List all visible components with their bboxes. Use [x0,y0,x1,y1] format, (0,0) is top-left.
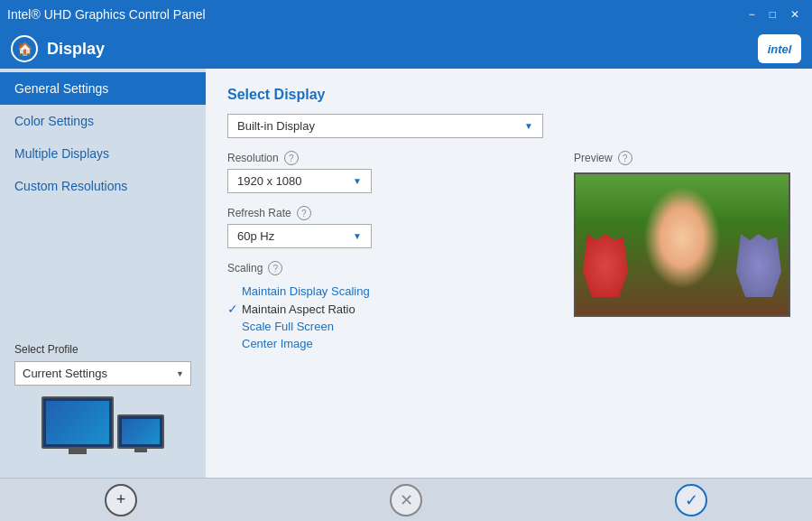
refresh-rate-label-row: Refresh Rate ? [227,206,545,220]
header-bar: 🏠 Display intel [0,29,812,69]
header-left: 🏠 Display [11,35,105,62]
resolution-label: Resolution [227,152,279,164]
refresh-rate-dropdown[interactable]: 60p Hz ▼ [227,224,372,248]
header-title: Display [47,40,105,59]
sidebar: General Settings Color Settings Multiple… [0,69,206,478]
resolution-arrow-icon: ▼ [353,176,362,186]
preview-image-inner [576,174,789,315]
scaling-option-maintain-aspect[interactable]: ✓ Maintain Aspect Ratio [227,300,545,318]
resolution-label-row: Resolution ? [227,151,545,165]
preview-image [574,172,790,317]
profile-select-wrapper: Current Settings [14,361,191,386]
title-bar: Intel® UHD Graphics Control Panel − □ ✕ [0,0,812,29]
minimize-button[interactable]: − [743,7,761,22]
home-icon[interactable]: 🏠 [11,35,38,62]
display-dropdown-arrow: ▼ [524,121,533,131]
check-mark-icon: ✓ [227,302,238,316]
sidebar-item-multiple-displays[interactable]: Multiple Displays [0,137,206,170]
close-button[interactable]: ✕ [785,7,805,22]
sidebar-item-custom-resolutions[interactable]: Custom Resolutions [0,170,206,202]
center-image-link[interactable]: Center Image [227,337,313,350]
scaling-section: Scaling ? Maintain Display Scaling ✓ Mai… [227,261,545,352]
maintain-display-link[interactable]: Maintain Display Scaling [227,284,370,298]
sidebar-item-general-settings[interactable]: General Settings [0,72,206,105]
scale-full-screen-link[interactable]: Scale Full Screen [227,320,334,333]
refresh-rate-selected: 60p Hz [237,229,274,243]
cancel-button[interactable]: ✕ [390,484,422,516]
main-layout: General Settings Color Settings Multiple… [0,69,812,478]
resolution-row: Resolution ? 1920 x 1080 ▼ [227,151,545,193]
profile-select[interactable]: Current Settings [14,361,191,386]
sidebar-bottom: Select Profile Current Settings [0,329,206,478]
maintain-aspect-label: Maintain Aspect Ratio [242,302,355,316]
scaling-option-scale-full[interactable]: Scale Full Screen [227,318,545,335]
scaling-title-row: Scaling ? [227,261,545,275]
scaling-option-center-image[interactable]: Center Image [227,335,545,352]
bottom-bar: + ✕ ✓ [0,478,812,521]
monitor-large-icon [42,396,114,449]
resolution-dropdown[interactable]: 1920 x 1080 ▼ [227,169,372,193]
content-area: Select Display Built-in Display ▼ Resolu… [206,69,812,478]
resolution-help-icon[interactable]: ? [284,151,299,165]
refresh-rate-row: Refresh Rate ? 60p Hz ▼ [227,206,545,248]
confirm-button[interactable]: ✓ [675,484,707,516]
window-controls: − □ ✕ [743,7,805,22]
scaling-help-icon[interactable]: ? [268,261,282,275]
window-title: Intel® UHD Graphics Control Panel [7,7,206,22]
monitor-illustration [14,386,191,463]
display-dropdown[interactable]: Built-in Display ▼ [227,114,543,138]
intel-logo: intel [758,34,801,63]
refresh-rate-help-icon[interactable]: ? [297,206,311,220]
refresh-rate-label: Refresh Rate [227,207,291,219]
monitor-small-icon [117,414,164,449]
maximize-button[interactable]: □ [764,7,781,22]
scaling-label: Scaling [227,262,263,274]
select-display-title: Select Display [227,87,790,103]
select-profile-label: Select Profile [14,343,191,356]
display-dropdown-row: Built-in Display ▼ [227,114,790,138]
resolution-selected: 1920 x 1080 [237,174,302,188]
preview-column: Preview ? [574,151,790,352]
preview-label-row: Preview ? [574,151,790,165]
settings-column: Resolution ? 1920 x 1080 ▼ Refresh Rate … [227,151,545,352]
two-col-layout: Resolution ? 1920 x 1080 ▼ Refresh Rate … [227,151,790,352]
preview-help-icon[interactable]: ? [618,151,632,165]
add-button[interactable]: + [105,484,137,516]
scaling-option-maintain-display[interactable]: Maintain Display Scaling [227,283,545,300]
preview-label: Preview [574,152,613,164]
refresh-rate-arrow-icon: ▼ [353,231,362,241]
display-selected-value: Built-in Display [237,119,315,133]
sidebar-item-color-settings[interactable]: Color Settings [0,105,206,137]
